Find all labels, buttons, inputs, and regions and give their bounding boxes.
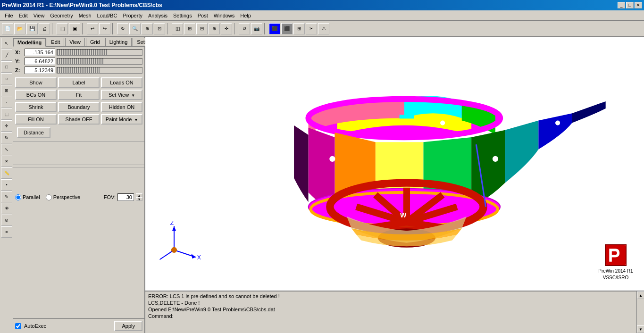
tb-rotate[interactable]: ↻ [117, 23, 128, 34]
shade-off-button[interactable]: Shade OFF [58, 114, 100, 125]
coord-y-input[interactable] [25, 58, 55, 65]
sidebar-icon-grid[interactable]: ⊞ [1, 85, 12, 96]
tab-modelling[interactable]: Modelling [13, 38, 46, 47]
tb-move[interactable]: ⊕ [209, 23, 220, 34]
show-button[interactable]: Show [15, 77, 57, 88]
viewport: W X Z [145, 37, 644, 333]
console-scrollbar[interactable]: ▲ ▼ [636, 291, 644, 333]
tb-warn[interactable]: ⚠ [318, 23, 329, 34]
maximize-button[interactable]: □ [626, 2, 634, 8]
tb-select[interactable]: ⬚ [57, 23, 68, 34]
scroll-down-btn[interactable]: ▼ [637, 325, 644, 333]
sidebar-icon-rotate[interactable]: ↻ [1, 132, 12, 143]
close-button[interactable]: ✕ [635, 2, 642, 8]
tb-selectbox[interactable]: ▣ [69, 23, 80, 34]
tb-undo[interactable]: ↩ [87, 23, 98, 34]
title-controls[interactable]: _ □ ✕ [618, 2, 642, 8]
tb-view2[interactable]: ⊞ [184, 23, 195, 34]
coord-x-slider[interactable] [57, 49, 142, 56]
perspective-radio[interactable] [46, 194, 52, 200]
menu-view[interactable]: View [31, 12, 48, 19]
minimize-button[interactable]: _ [618, 2, 625, 8]
sidebar-icon-line[interactable]: ╱ [1, 50, 12, 61]
fov-input[interactable] [117, 193, 134, 201]
coord-z-input[interactable] [25, 67, 55, 74]
scroll-up-btn[interactable]: ▲ [637, 291, 644, 299]
tab-grid[interactable]: Grid [86, 38, 104, 46]
menu-property[interactable]: Property [120, 12, 145, 19]
fit-button[interactable]: Fit [58, 90, 100, 100]
tab-edit[interactable]: Edit [47, 38, 64, 46]
tb-pan[interactable]: ✛ [221, 23, 232, 34]
sidebar-icon-snap[interactable]: ⊙ [1, 215, 12, 226]
sidebar-icon-measure[interactable]: 📏 [1, 167, 12, 179]
tab-lighting[interactable]: Lighting [105, 38, 132, 46]
viewport-canvas[interactable]: W X Z [145, 37, 644, 291]
fov-up[interactable]: ▲ [136, 193, 142, 197]
menu-geometry[interactable]: Geometry [47, 12, 75, 19]
tb-view3[interactable]: ⊟ [196, 23, 208, 34]
sidebar-icon-point[interactable]: • [1, 179, 12, 191]
parallel-radio-label[interactable]: Parallel [15, 194, 40, 200]
set-view-arrow: ▼ [131, 93, 135, 98]
fill-on-button[interactable]: Fill ON [15, 114, 57, 125]
menu-analysis[interactable]: Analysis [145, 12, 170, 19]
tb-color1[interactable]: ⬛ [269, 23, 280, 34]
sidebar-icon-node[interactable]: · [1, 97, 12, 108]
tb-capture[interactable]: 📷 [251, 23, 262, 34]
tb-zoombox[interactable]: ⊕ [142, 23, 153, 34]
menu-settings[interactable]: Settings [170, 12, 195, 19]
tb-scissors[interactable]: ✂ [306, 23, 317, 34]
distance-button[interactable]: Distance [17, 127, 50, 138]
sidebar-icon-scale[interactable]: ⤡ [1, 144, 12, 155]
coord-x-input[interactable] [25, 49, 55, 56]
coord-y-slider[interactable] [57, 58, 142, 65]
sidebar-icon-delete[interactable]: ✕ [1, 156, 12, 167]
shrink-button[interactable]: Shrink [15, 102, 57, 112]
set-view-button[interactable]: Set View ▼ [101, 90, 142, 100]
tb-zoom[interactable]: 🔍 [129, 23, 141, 34]
sidebar-icon-rect[interactable]: □ [1, 61, 12, 73]
sidebar-icon-edit[interactable]: ✎ [1, 191, 12, 202]
sidebar-icon-circle[interactable]: ○ [1, 73, 12, 84]
autoexec-bar: AutoExec Apply [13, 318, 144, 333]
tb-print[interactable]: 🖨 [39, 23, 50, 34]
tb-open[interactable]: 📂 [14, 23, 25, 34]
tb-refresh[interactable]: ↺ [239, 23, 250, 34]
sidebar-icon-select[interactable]: ⬚ [1, 108, 12, 120]
tab-view[interactable]: View [65, 38, 85, 46]
sidebar-icon-extra[interactable]: ≡ [1, 226, 12, 238]
perspective-radio-label[interactable]: Perspective [46, 194, 80, 200]
apply-button[interactable]: Apply [114, 321, 142, 331]
menu-file[interactable]: File [2, 12, 16, 19]
tb-sep3 [112, 23, 115, 34]
loads-on-button[interactable]: Loads ON [101, 77, 142, 88]
menu-loadbc[interactable]: Load/BC [94, 12, 120, 19]
menu-edit[interactable]: Edit [16, 12, 31, 19]
sidebar-icon-arrow[interactable]: ↖ [1, 38, 12, 49]
menu-mesh[interactable]: Mesh [76, 12, 94, 19]
fov-down[interactable]: ▼ [136, 197, 142, 201]
sidebar-icon-move[interactable]: ✛ [1, 120, 12, 132]
coord-z-slider[interactable] [57, 67, 142, 74]
tb-redo[interactable]: ↪ [99, 23, 110, 34]
boundary-button[interactable]: Boundary [58, 102, 100, 112]
tb-zoomfit[interactable]: ⊡ [154, 23, 165, 34]
hidden-on-button[interactable]: Hidden ON [101, 102, 142, 112]
tb-new[interactable]: 📄 [2, 23, 13, 34]
console-command[interactable]: Command: [148, 313, 641, 319]
tb-color2[interactable]: ⬛ [281, 23, 293, 34]
label-button[interactable]: Label [58, 77, 100, 88]
fov-spinner[interactable]: ▲ ▼ [136, 193, 142, 201]
autoexec-checkbox[interactable] [15, 323, 21, 329]
menu-windows[interactable]: Windows [211, 12, 238, 19]
tb-grid[interactable]: ⊞ [293, 23, 305, 34]
paint-mode-button[interactable]: Paint Mode ▼ [101, 114, 142, 125]
sidebar-icon-eye[interactable]: 👁 [1, 203, 12, 214]
menu-help[interactable]: Help [237, 12, 254, 19]
parallel-radio[interactable] [15, 194, 21, 200]
tb-view1[interactable]: ◫ [172, 23, 183, 34]
bcs-on-button[interactable]: BCs ON [15, 90, 57, 100]
tb-save[interactable]: 💾 [26, 23, 38, 34]
menu-post[interactable]: Post [195, 12, 211, 19]
